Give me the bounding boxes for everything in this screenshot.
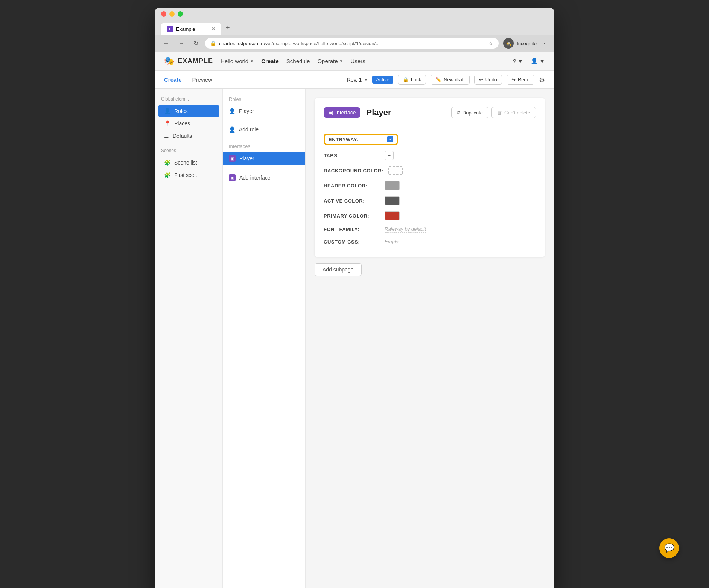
content-card: ▣ Interface Player ⧉ Duplicate 🗑 Can't [315, 98, 545, 257]
browser-menu-button[interactable]: ⋮ [541, 39, 548, 47]
card-header: ▣ Interface Player ⧉ Duplicate 🗑 Can't [324, 107, 536, 118]
duplicate-button[interactable]: ⧉ Duplicate [451, 107, 488, 118]
interface-badge-label: Interface [335, 110, 356, 116]
panel-player-interface[interactable]: ▣ Player [223, 152, 305, 165]
panel-player-interface-label: Player [239, 155, 254, 161]
undo-label: Undo [485, 77, 497, 82]
settings-button[interactable]: ⚙ [539, 76, 545, 84]
sidebar-defaults-label: Defaults [173, 133, 192, 139]
add-subpage-button[interactable]: Add subpage [315, 263, 362, 276]
player-role-icon: 👤 [229, 108, 235, 114]
back-button[interactable]: ← [161, 39, 172, 47]
panel-add-role[interactable]: 👤 Add role [223, 123, 305, 136]
entryway-label: Entryway: [329, 137, 385, 142]
entryway-checkbox[interactable]: ✓ [387, 136, 393, 142]
toolbar-create-link[interactable]: Create [164, 76, 182, 83]
chat-fab-button[interactable]: 💬 [659, 538, 679, 558]
lock-button[interactable]: 🔒 Lock [398, 75, 426, 85]
toolbar-preview-link[interactable]: Preview [192, 76, 212, 83]
panel-divider-2 [223, 139, 305, 139]
browser-window: E Example ✕ + ← → ↻ 🔒 charter.firstperso… [155, 8, 554, 588]
account-button[interactable]: 👤 ▼ [531, 58, 545, 64]
tab-close-button[interactable]: ✕ [211, 26, 215, 32]
minimize-traffic-light[interactable] [169, 11, 175, 17]
browser-titlebar: E Example ✕ + [155, 8, 554, 35]
operate-dropdown-arrow: ▼ [339, 59, 343, 63]
address-domain: charter.firstperson.travel [219, 41, 271, 46]
rev-label: Rev. 1 [347, 77, 362, 83]
interface-icon: ▣ [229, 155, 236, 162]
panel-add-role-label: Add role [239, 126, 259, 133]
forward-button[interactable]: → [176, 39, 187, 47]
tab-bar: E Example ✕ + [161, 21, 548, 35]
entryway-field: Entryway: ✓ [324, 131, 536, 148]
sidebar-item-defaults[interactable]: ☰ Defaults [158, 130, 219, 142]
panel-roles-title: Roles [223, 95, 305, 105]
sidebar-global-title: Global elem... [155, 95, 222, 105]
tabs-field: Tabs: + [324, 148, 536, 163]
nav-users[interactable]: Users [351, 58, 365, 64]
nav-create[interactable]: Create [261, 58, 279, 64]
undo-button[interactable]: ↩ Undo [474, 75, 502, 85]
sidebar-item-places[interactable]: 📍 Places [158, 117, 219, 129]
sidebar-first-scene-label: First sce... [174, 172, 199, 178]
active-color-swatch[interactable] [385, 196, 400, 205]
cant-delete-button[interactable]: 🗑 Can't delete [491, 107, 536, 118]
close-traffic-light[interactable] [161, 11, 166, 17]
address-bar[interactable]: 🔒 charter.firstperson.travel/example-wor… [205, 38, 499, 49]
header-color-field: Header color: [324, 178, 536, 193]
bookmark-button[interactable]: ☆ [488, 40, 493, 46]
sidebar-item-first-scene[interactable]: 🧩 First sce... [158, 169, 219, 181]
custom-css-label: Custom css: [324, 239, 380, 245]
panel-divider-3 [223, 168, 305, 168]
active-badge: Active [372, 76, 393, 84]
primary-color-swatch[interactable] [385, 211, 400, 220]
custom-css-value[interactable]: Empty [385, 239, 399, 245]
app-main: Global elem... 👤 Roles 📍 Places ☰ Defaul… [155, 89, 554, 588]
sidebar-item-scene-list[interactable]: 🧩 Scene list [158, 157, 219, 169]
nav-hello-world[interactable]: Hello world ▼ [221, 58, 254, 64]
app-topnav: 🎭 EXAMPLE Hello world ▼ Create Schedule … [155, 52, 554, 71]
card-actions: ⧉ Duplicate 🗑 Can't delete [451, 107, 536, 118]
traffic-lights [161, 11, 548, 17]
new-draft-button[interactable]: ✏️ New draft [431, 75, 470, 85]
redo-button[interactable]: ↪ Redo [507, 75, 534, 85]
nav-operate[interactable]: Operate ▼ [317, 58, 343, 64]
header-color-swatch[interactable] [385, 181, 400, 190]
tabs-add-button[interactable]: + [385, 151, 394, 160]
help-button[interactable]: ? ▼ [513, 58, 523, 64]
logo-label: EXAMPLE [178, 57, 213, 65]
nav-operate-label: Operate [317, 58, 338, 64]
delete-icon: 🗑 [497, 110, 502, 116]
nav-hello-world-label: Hello world [221, 58, 248, 64]
account-dropdown-arrow: ▼ [539, 58, 545, 64]
address-text: charter.firstperson.travel/example-works… [219, 41, 485, 46]
first-scene-icon: 🧩 [164, 172, 170, 178]
active-color-label: Active color: [324, 198, 380, 204]
places-icon: 📍 [164, 120, 170, 126]
defaults-icon: ☰ [164, 133, 169, 139]
incognito-label: Incognito [517, 41, 537, 46]
background-color-field: Background color: [324, 163, 536, 178]
panel-player-role[interactable]: 👤 Player [223, 105, 305, 117]
sidebar-left: Global elem... 👤 Roles 📍 Places ☰ Defaul… [155, 89, 223, 588]
background-color-swatch[interactable] [388, 166, 403, 175]
rev-selector[interactable]: Rev. 1 ▼ [347, 77, 368, 83]
reload-button[interactable]: ↻ [191, 39, 201, 48]
browser-tab-example[interactable]: E Example ✕ [161, 23, 221, 35]
card-divider [324, 126, 536, 126]
maximize-traffic-light[interactable] [178, 11, 183, 17]
tabs-label: Tabs: [324, 153, 380, 158]
add-role-icon: 👤 [229, 126, 235, 133]
font-family-value[interactable]: Raleway by default [385, 226, 426, 233]
rev-dropdown-arrow: ▼ [364, 78, 368, 82]
panel-add-interface[interactable]: ▣ Add interface [223, 171, 305, 184]
nav-schedule[interactable]: Schedule [286, 58, 310, 64]
content-area: ▣ Interface Player ⧉ Duplicate 🗑 Can't [306, 89, 554, 588]
sidebar-item-roles[interactable]: 👤 Roles [158, 105, 219, 117]
panel-middle: Roles 👤 Player 👤 Add role Interfaces ▣ [223, 89, 306, 588]
scene-list-icon: 🧩 [164, 160, 170, 166]
cant-delete-label: Can't delete [504, 110, 530, 116]
new-tab-button[interactable]: + [223, 21, 233, 35]
add-interface-icon: ▣ [229, 174, 236, 181]
